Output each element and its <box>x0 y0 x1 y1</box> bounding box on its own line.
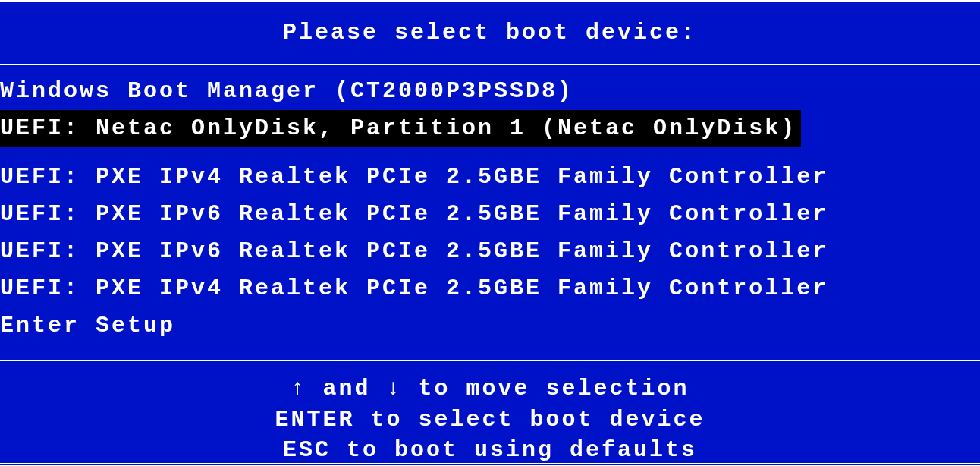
boot-item-uefi-pxe-ipv6-2[interactable]: UEFI: PXE IPv6 Realtek PCIe 2.5GBE Famil… <box>0 233 980 270</box>
boot-item-label: Windows Boot Manager (CT2000P3PSSD8) <box>0 78 573 104</box>
boot-item-label: UEFI: PXE IPv6 Realtek PCIe 2.5GBE Famil… <box>0 238 828 264</box>
page-title: Please select boot device: <box>283 20 697 46</box>
boot-item-windows-boot-manager[interactable]: Windows Boot Manager (CT2000P3PSSD8) <box>0 73 980 110</box>
down-arrow-icon: ↓ <box>386 376 402 401</box>
boot-item-label: UEFI: PXE IPv4 Realtek PCIe 2.5GBE Famil… <box>0 164 828 190</box>
hint-enter: ENTER to select boot device <box>0 405 980 436</box>
header-section: Please select boot device: <box>0 0 980 65</box>
boot-item-label: UEFI: Netac OnlyDisk, Partition 1 (Netac… <box>0 115 796 141</box>
hint-esc: ESC to boot using defaults <box>0 435 980 466</box>
boot-menu-container: Please select boot device: Windows Boot … <box>0 0 980 466</box>
boot-item-uefi-pxe-ipv6-1[interactable]: UEFI: PXE IPv6 Realtek PCIe 2.5GBE Famil… <box>0 196 980 233</box>
up-arrow-icon: ↑ <box>291 376 306 401</box>
boot-item-uefi-netac[interactable]: UEFI: Netac OnlyDisk, Partition 1 (Netac… <box>0 110 801 147</box>
hint-text: and <box>322 376 370 401</box>
boot-item-label: UEFI: PXE IPv6 Realtek PCIe 2.5GBE Famil… <box>0 201 828 227</box>
boot-item-uefi-pxe-ipv4-2[interactable]: UEFI: PXE IPv4 Realtek PCIe 2.5GBE Famil… <box>0 270 980 307</box>
boot-item-enter-setup[interactable]: Enter Setup <box>0 307 980 345</box>
boot-item-label: UEFI: PXE IPv4 Realtek PCIe 2.5GBE Famil… <box>0 276 828 301</box>
boot-device-list: Windows Boot Manager (CT2000P3PSSD8) UEF… <box>0 65 980 361</box>
boot-item-label: Enter Setup <box>0 313 175 338</box>
hints-section: ↑ and ↓ to move selection ENTER to selec… <box>0 361 980 466</box>
boot-item-uefi-pxe-ipv4-1[interactable]: UEFI: PXE IPv4 Realtek PCIe 2.5GBE Famil… <box>0 159 980 196</box>
hint-text: to move selection <box>419 376 689 401</box>
hint-move-selection: ↑ and ↓ to move selection <box>0 373 980 405</box>
